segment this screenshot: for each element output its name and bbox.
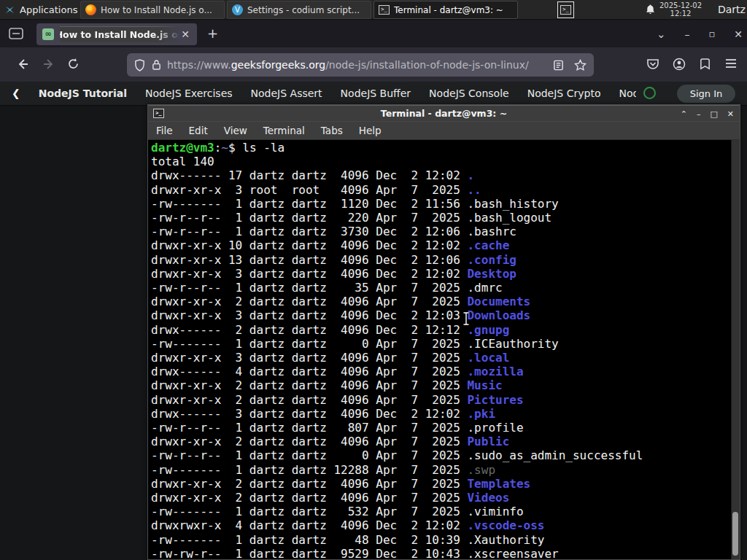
tracking-protection-shield-icon[interactable] [134, 59, 145, 71]
listing-directory-name: .cache [467, 238, 509, 252]
nav-item-nodejs-tutorial[interactable]: NodeJS Tutorial [39, 88, 127, 99]
bookmark-star-icon[interactable] [574, 59, 587, 71]
taskbar-button-label: How to Install Node.js o... [101, 5, 212, 15]
terminal-scrollbar[interactable] [731, 140, 740, 559]
terminal-line: drwxr-xr-x 2 dartz dartz 4096 Apr 7 2025… [151, 393, 740, 407]
ibeam-mouse-cursor [462, 311, 471, 329]
terminal-minimize-button[interactable]: – [697, 110, 701, 118]
tab-close-icon[interactable]: ✕ [179, 28, 191, 40]
firefox-nav-toolbar: https://www.geeksforgeeks.org/node-js/in… [0, 47, 747, 82]
listing-file-name: .ICEauthority [467, 337, 558, 351]
terminal-line: drwxr-xr-x 2 dartz dartz 4096 Apr 7 2025… [151, 435, 740, 448]
menu-edit[interactable]: Edit [181, 125, 216, 136]
nav-item-nodejs-crypto[interactable]: NodeJS Crypto [527, 88, 601, 99]
window-close-button[interactable]: ✕ [734, 28, 743, 40]
terminal-line: -rw-r--r-- 1 dartz dartz 35 Apr 7 2025 .… [151, 281, 740, 295]
clock-time: 12:12 [657, 10, 705, 18]
search-icon[interactable] [643, 87, 656, 99]
listing-file-name: .viminfo [467, 505, 523, 518]
window-minimize-button[interactable]: – [684, 28, 689, 40]
terminal-line: drwxr-xr-x 3 dartz dartz 4096 Apr 7 2025… [151, 351, 740, 365]
nav-item-nodejs-buffer[interactable]: NodeJS Buffer [341, 88, 411, 99]
nav-scroll-left-chevron-icon[interactable]: ❮ [12, 88, 20, 99]
taskbar-button-terminal[interactable]: >_ Terminal - dartz@vm3: ~ [374, 1, 518, 19]
url-bar[interactable]: https://www.geeksforgeeks.org/node-js/in… [127, 53, 594, 77]
list-all-tabs-chevron-icon[interactable]: ⌄ [657, 28, 666, 41]
terminal-maximize-button[interactable]: □ [710, 110, 717, 118]
terminal-line: drwxr-xr-x 10 dartz dartz 4096 Dec 2 12:… [151, 238, 740, 252]
taskbar-button-firefox[interactable]: How to Install Node.js o... [80, 1, 225, 19]
notification-bell-icon[interactable] [645, 4, 656, 18]
listing-directory-name: Videos [467, 491, 509, 505]
firefox-view-icon[interactable] [9, 27, 23, 43]
top-panel: Applications How to Install Node.js o...… [0, 0, 747, 20]
terminal-window-title: Terminal - dartz@vm3: ~ [381, 108, 507, 119]
listing-directory-name: Templates [467, 477, 530, 491]
menu-view[interactable]: View [216, 125, 255, 136]
listing-directory-name: .config [467, 253, 516, 267]
listing-directory-name: .pki [467, 407, 495, 421]
terminal-line: -rw-rw-r-- 1 dartz dartz 9529 Dec 2 10:4… [151, 547, 740, 559]
clock-date: 2025-12-02 [657, 2, 705, 10]
terminal-close-button[interactable]: ✕ [727, 110, 734, 118]
terminal-line: -rw-r--r-- 1 dartz dartz 220 Apr 7 2025 … [151, 211, 740, 225]
panel-clock[interactable]: 2025-12-02 12:12 [657, 2, 705, 18]
prompt-colon: : [214, 141, 222, 155]
reader-view-icon[interactable] [553, 60, 564, 71]
terminal-line: drwxrwxr-x 4 dartz dartz 4096 Dec 2 12:0… [151, 518, 740, 532]
menu-terminal[interactable]: Terminal [255, 125, 313, 136]
browser-tab[interactable]: ∞ How to Install Node.js on ✕ [36, 23, 197, 45]
terminal-scrollbar-thumb[interactable] [732, 512, 738, 556]
applications-logo-icon [4, 4, 15, 15]
taskbar-button-codium[interactable]: V Settings - codium script... [227, 1, 371, 19]
terminal-line: -rw-r--r-- 1 dartz dartz 807 Apr 7 2025 … [151, 421, 740, 435]
desktop: Applications How to Install Node.js o...… [0, 0, 747, 560]
listing-directory-name: .local [467, 351, 509, 365]
taskbar-button-label: Terminal - dartz@vm3: ~ [394, 5, 503, 15]
terminal-line: drwx------ 17 dartz dartz 4096 Dec 2 12:… [151, 168, 740, 182]
tray-terminal-icon[interactable]: >_ [557, 1, 574, 18]
terminal-line: drwx------ 2 dartz dartz 4096 Dec 2 12:1… [151, 323, 740, 337]
terminal-title-bar[interactable]: >_ Terminal - dartz@vm3: ~ ⌃ – □ ✕ [148, 105, 740, 121]
terminal-line: drwx------ 3 dartz dartz 4096 Dec 2 12:0… [151, 407, 740, 421]
nav-item-nodejs-dns[interactable]: NodeJS DNS [619, 88, 636, 99]
terminal-line: -rw-r--r-- 1 dartz dartz 0 Apr 7 2025 .s… [151, 448, 740, 462]
sign-in-button[interactable]: Sign In [677, 85, 735, 103]
listing-directory-name: Downloads [467, 308, 530, 322]
back-button[interactable] [16, 58, 29, 74]
terminal-line: drwxr-xr-x 3 dartz dartz 4096 Dec 2 12:0… [151, 308, 740, 322]
nav-item-nodejs-assert[interactable]: NodeJS Assert [251, 88, 322, 99]
url-text[interactable]: https://www.geeksforgeeks.org/node-js/in… [167, 59, 549, 71]
panel-username[interactable]: Dartz [718, 4, 746, 15]
terminal-line: drwxr-xr-x 2 dartz dartz 4096 Apr 7 2025… [151, 477, 740, 491]
prompt-user-host: dartz@vm3 [151, 141, 214, 155]
applications-label: Applications [20, 4, 77, 15]
listing-file-name: .swp [467, 463, 495, 477]
nav-item-nodejs-exercises[interactable]: NodeJS Exercises [145, 88, 233, 99]
listing-file-name: .Xauthority [467, 533, 544, 547]
menu-tabs[interactable]: Tabs [313, 125, 351, 136]
pocket-save-icon[interactable] [646, 58, 659, 74]
applications-menu-button[interactable]: Applications [0, 0, 83, 20]
hamburger-menu-icon[interactable] [724, 58, 738, 72]
extensions-icon[interactable] [699, 58, 711, 73]
account-icon[interactable] [673, 58, 686, 74]
lock-icon[interactable] [152, 59, 161, 71]
terminal-icon: >_ [379, 5, 390, 15]
menu-help[interactable]: Help [351, 125, 390, 136]
reload-button[interactable] [67, 58, 80, 73]
terminal-shade-button[interactable]: ⌃ [681, 110, 687, 118]
listing-file-name: .xscreensaver [467, 547, 558, 559]
listing-file-name: .dmrc [467, 281, 502, 295]
window-maximize-button[interactable]: ▫ [708, 28, 715, 39]
terminal-output[interactable]: dartz@vm3:~$ ls -la total 140 drwx------… [148, 140, 740, 559]
site-nav-items: ❮ NodeJS Tutorial NodeJS Exercises NodeJ… [0, 88, 636, 99]
new-tab-button[interactable]: + [207, 26, 218, 41]
terminal-line: -rw------- 1 dartz dartz 0 Apr 7 2025 .I… [151, 337, 740, 351]
forward-button[interactable] [42, 58, 55, 74]
listing-directory-name: .gnupg [467, 323, 509, 337]
listing-file-name: .bashrc [467, 225, 516, 238]
listing-file-name: .profile [467, 421, 523, 435]
nav-item-nodejs-console[interactable]: NodeJS Console [429, 88, 509, 99]
menu-file[interactable]: File [148, 125, 181, 136]
